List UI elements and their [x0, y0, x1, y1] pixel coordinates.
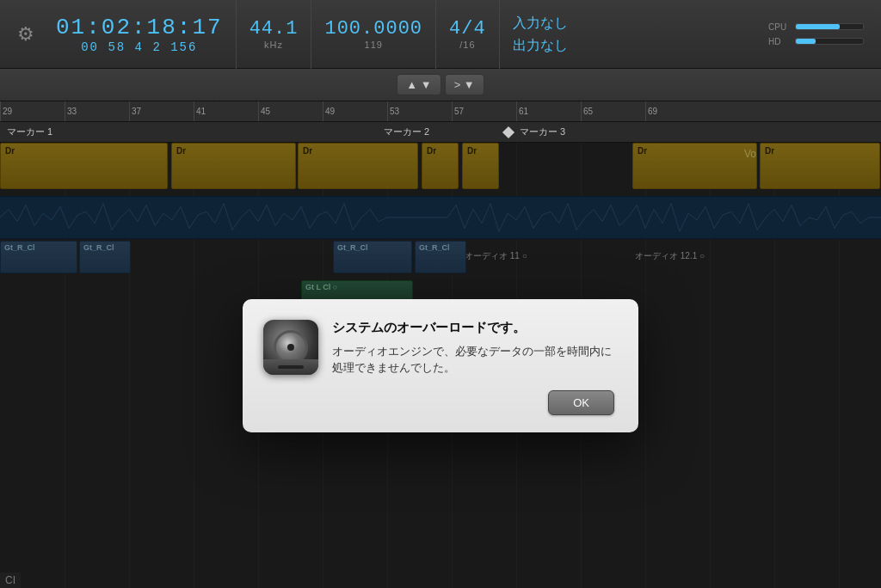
bpm-value: 100.0000	[324, 18, 422, 40]
timesig-value: 4/4	[449, 18, 486, 40]
ruler-tick: 37	[129, 101, 141, 121]
dialog-title: システムのオーバーロードです。	[332, 320, 614, 336]
marker-3: マーカー 3	[499, 122, 565, 142]
ruler-tick: 61	[516, 101, 528, 121]
marker-2: マーカー 2	[379, 122, 429, 142]
timecode-main: 01:02:18:17	[56, 15, 223, 40]
dialog-content: システムのオーバーロードです。 オーディオエンジンで、必要なデータの一部を時間内…	[263, 320, 614, 377]
timecode-sub: 00 58 4 2 156	[81, 40, 197, 54]
transport-bpm: 100.0000 119	[311, 0, 435, 69]
cpu-label: CPU	[768, 22, 790, 32]
icon-bottom-bar	[263, 359, 318, 375]
play-label: > ▼	[454, 78, 475, 91]
marker-1-label: マーカー 1	[7, 126, 52, 138]
marker-1: マーカー 1	[2, 122, 52, 142]
timesig-sub: /16	[459, 40, 475, 50]
marker-diamond-icon	[502, 126, 514, 138]
input-label: 入力なし	[513, 12, 568, 34]
transport-timesig: 4/4 /16	[435, 0, 499, 69]
timeline-ruler[interactable]: 29 33 37 41 45 49 53 57 61 65 69	[0, 101, 881, 122]
hd-label: HD	[768, 37, 790, 46]
hd-bar-background	[795, 38, 864, 45]
dialog-buttons: OK	[263, 387, 614, 415]
dialog-overlay: システムのオーバーロードです。 オーディオエンジンで、必要なデータの一部を時間内…	[0, 143, 881, 588]
bpm-sub: 119	[365, 40, 383, 50]
ruler-tick: 45	[258, 101, 270, 121]
ruler-tick: 57	[452, 101, 464, 121]
cpu-row: CPU	[768, 22, 864, 32]
pointer-tool-label: ▲ ▼	[406, 78, 431, 91]
marker-2-label: マーカー 2	[384, 126, 429, 138]
cpu-bar-fill	[796, 24, 840, 29]
ok-button[interactable]: OK	[548, 390, 614, 415]
transport-bar: ⚙ 01:02:18:17 00 58 4 2 156 44.1 kHz 100…	[0, 0, 881, 69]
ruler-tick: 33	[65, 101, 77, 121]
dialog-text-area: システムのオーバーロードです。 オーディオエンジンで、必要なデータの一部を時間内…	[332, 320, 614, 377]
pointer-tool-button[interactable]: ▲ ▼	[397, 74, 440, 95]
transport-io: 入力なし 出力なし	[499, 0, 581, 69]
output-label: 出力なし	[513, 34, 568, 57]
marker-3-label: マーカー 3	[520, 126, 565, 138]
dialog-message: オーディオエンジンで、必要なデータの一部を時間内に処理できませんでした。	[332, 343, 614, 377]
system-overload-dialog: システムのオーバーロードです。 オーディオエンジンで、必要なデータの一部を時間内…	[243, 299, 638, 432]
ruler-tick: 69	[645, 101, 657, 121]
tempo-label: kHz	[264, 40, 283, 50]
ruler-tick: 49	[323, 101, 335, 121]
track-area: Dr Dr Dr Dr Dr Dr Dr Vo	[0, 143, 881, 588]
logic-pro-icon	[263, 320, 318, 375]
cpu-bar-background	[795, 23, 864, 30]
hd-bar-fill	[796, 39, 816, 44]
transport-timecode: 01:02:18:17 00 58 4 2 156	[43, 0, 236, 69]
cpu-section: CPU HD	[760, 22, 872, 46]
marker-bar[interactable]: マーカー 1 マーカー 2 マーカー 3	[0, 122, 881, 143]
ruler-tick: 65	[581, 101, 593, 121]
ruler-tick: 53	[387, 101, 399, 121]
transport-tempo: 44.1 kHz	[236, 0, 311, 69]
ruler-tick: 41	[194, 101, 206, 121]
hd-row: HD	[768, 37, 864, 46]
icon-stripe	[278, 365, 304, 369]
gear-icon[interactable]: ⚙	[9, 0, 43, 69]
toolbar: ▲ ▼ > ▼	[0, 69, 881, 101]
tempo-value: 44.1	[250, 18, 299, 40]
ruler-tick: 29	[0, 101, 12, 121]
play-button[interactable]: > ▼	[445, 74, 484, 95]
